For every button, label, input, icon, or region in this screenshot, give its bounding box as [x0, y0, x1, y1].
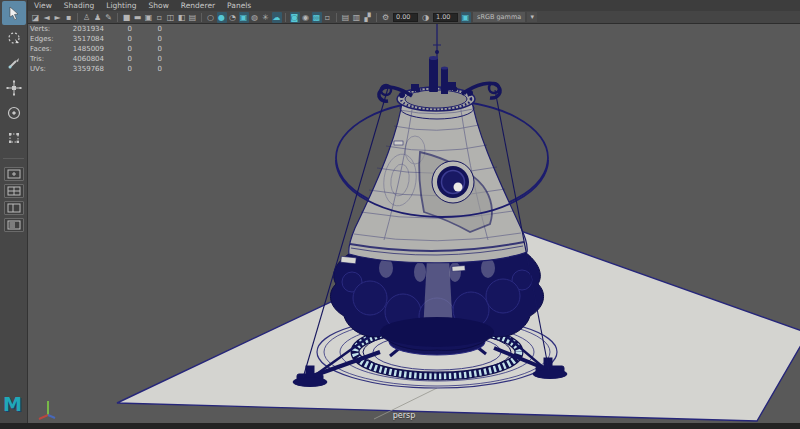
- checkerboard-icon[interactable]: ▞: [363, 12, 373, 23]
- hud-col2: 0: [104, 55, 132, 63]
- hud-total: 3359768: [60, 65, 104, 73]
- menu-panels[interactable]: Panels: [221, 0, 257, 11]
- chevron-down-icon[interactable]: ▾: [527, 12, 537, 22]
- x-axis: [39, 415, 48, 419]
- paint-brush-icon: [6, 55, 22, 71]
- pane-hidden-icon[interactable]: ▫: [155, 12, 165, 23]
- lander-3d-model: [28, 24, 800, 423]
- hud-col3: 0: [132, 45, 162, 53]
- hud-col2: 0: [104, 45, 132, 53]
- gamma-field[interactable]: [433, 13, 458, 22]
- toolbox-separator: [3, 158, 24, 159]
- hud-row-faces: Faces: 1485009 0 0: [30, 44, 162, 54]
- image-plane-icon[interactable]: ▪: [64, 12, 74, 23]
- outliner-layout-button[interactable]: [4, 218, 24, 232]
- wireframe-display-icon[interactable]: ○: [206, 12, 216, 23]
- hud-col2: 0: [104, 65, 132, 73]
- hud-label: Verts:: [30, 25, 60, 33]
- select-camera-icon[interactable]: ♙: [82, 12, 92, 23]
- hud-col3: 0: [132, 65, 162, 73]
- hud-total: 2031934: [60, 25, 104, 33]
- outliner-layout-icon: [7, 220, 21, 230]
- paint-select-tool-button[interactable]: [2, 51, 26, 75]
- hud-label: Edges:: [30, 35, 60, 43]
- move-tool-button[interactable]: [2, 76, 26, 100]
- viewport-persp[interactable]: Verts: 2031934 0 0 Edges: 3517084 0 0 Fa…: [28, 24, 800, 423]
- lasso-icon: [6, 30, 22, 46]
- rotate-tool-button[interactable]: [2, 101, 26, 125]
- menu-view[interactable]: View: [28, 0, 58, 11]
- hud-col2: 0: [104, 25, 132, 33]
- capsule-body: [336, 96, 548, 271]
- grease-pencil-icon[interactable]: ✎: [104, 12, 114, 23]
- four-pane-layout-button[interactable]: [4, 184, 24, 198]
- hud-col3: 0: [132, 25, 162, 33]
- use-default-material-icon[interactable]: ◍: [250, 12, 260, 23]
- flat-shade-icon[interactable]: ◔: [228, 12, 238, 23]
- panel-toolbar: ◪ ◄ ► ▪ ♙ ♟ ✎ ■ ▬ ▣ ▫ ◫ ◧ ▤ ○ ● ◔ ▣ ◍ ✳ …: [28, 11, 800, 24]
- three-pane-icon[interactable]: ▤: [188, 12, 198, 23]
- smooth-shade-icon[interactable]: ●: [217, 12, 227, 23]
- color-space-select[interactable]: sRGB gamma: [473, 12, 525, 22]
- toolbox: M: [0, 0, 28, 423]
- single-pane-layout-icon: [7, 169, 21, 179]
- camera-next-view-icon[interactable]: ►: [53, 12, 63, 23]
- left-pane-icon[interactable]: ◧: [177, 12, 187, 23]
- panel-menu-bar: View Shading Lighting Show Renderer Pane…: [28, 0, 800, 11]
- scale-icon: [6, 130, 22, 146]
- z-axis: [48, 415, 55, 418]
- default-lighting-icon[interactable]: ✳: [261, 12, 271, 23]
- single-pane-icon[interactable]: ■: [122, 12, 132, 23]
- polycount-hud: Verts: 2031934 0 0 Edges: 3517084 0 0 Fa…: [30, 24, 162, 74]
- hud-total: 4060804: [60, 55, 104, 63]
- move-icon: [6, 80, 22, 96]
- hud-row-uvs: UVs: 3359768 0 0: [30, 64, 162, 74]
- toolbar-separator: [117, 13, 118, 22]
- field-chart-icon[interactable]: ▤: [341, 12, 351, 23]
- rotate-icon: [6, 105, 22, 121]
- color-management-icon[interactable]: ▣: [461, 12, 471, 23]
- toolbar-separator: [77, 13, 78, 22]
- two-pane-stacked-icon[interactable]: ▬: [133, 12, 143, 23]
- hud-row-verts: Verts: 2031934 0 0: [30, 24, 162, 34]
- single-pane-layout-button[interactable]: [4, 167, 24, 181]
- toolbar-separator: [336, 13, 337, 22]
- camera-prev-view-icon[interactable]: ◄: [42, 12, 52, 23]
- hud-label: UVs:: [30, 65, 60, 73]
- depth-peeling-icon[interactable]: ▫: [323, 12, 333, 23]
- menu-shading[interactable]: Shading: [58, 0, 100, 11]
- exposure-gear-icon[interactable]: ⚙: [381, 12, 391, 23]
- hud-label: Faces:: [30, 45, 60, 53]
- pane-inset-icon[interactable]: ▣: [144, 12, 154, 23]
- scale-tool-button[interactable]: [2, 126, 26, 150]
- view-axis-gizmo[interactable]: [36, 396, 62, 420]
- hud-total: 1485009: [60, 45, 104, 53]
- menu-renderer[interactable]: Renderer: [175, 0, 221, 11]
- contrast-icon[interactable]: ◑: [421, 12, 431, 23]
- hud-col3: 0: [132, 35, 162, 43]
- hud-total: 3517084: [60, 35, 104, 43]
- menu-lighting[interactable]: Lighting: [100, 0, 142, 11]
- exposure-field[interactable]: [393, 13, 418, 22]
- menu-show[interactable]: Show: [143, 0, 175, 11]
- lasso-tool-button[interactable]: [2, 26, 26, 50]
- four-pane-layout-icon: [7, 186, 21, 196]
- two-pane-layout-button[interactable]: [4, 201, 24, 215]
- scene-camera-icon[interactable]: ◪: [31, 12, 41, 23]
- textured-display-icon[interactable]: ▣: [239, 12, 249, 23]
- select-by-hierarchy-icon[interactable]: ♟: [93, 12, 103, 23]
- hud-label: Tris:: [30, 55, 60, 63]
- toolbar-separator: [285, 13, 286, 22]
- two-pane-layout-icon: [7, 203, 21, 213]
- window-bottom-edge: [0, 423, 800, 429]
- multisample-aa-icon[interactable]: ▩: [312, 12, 322, 23]
- copy-settings-icon[interactable]: ▥: [352, 12, 362, 23]
- select-tool-button[interactable]: [2, 1, 26, 25]
- split-pane-icon[interactable]: ◫: [166, 12, 176, 23]
- hud-col2: 0: [104, 35, 132, 43]
- select-arrow-icon: [6, 5, 22, 21]
- shadows-icon[interactable]: ☁: [272, 12, 282, 23]
- toolbar-separator: [376, 13, 377, 22]
- screen-space-ao-icon[interactable]: ◙: [290, 12, 300, 23]
- motion-blur-icon[interactable]: ◉: [301, 12, 311, 23]
